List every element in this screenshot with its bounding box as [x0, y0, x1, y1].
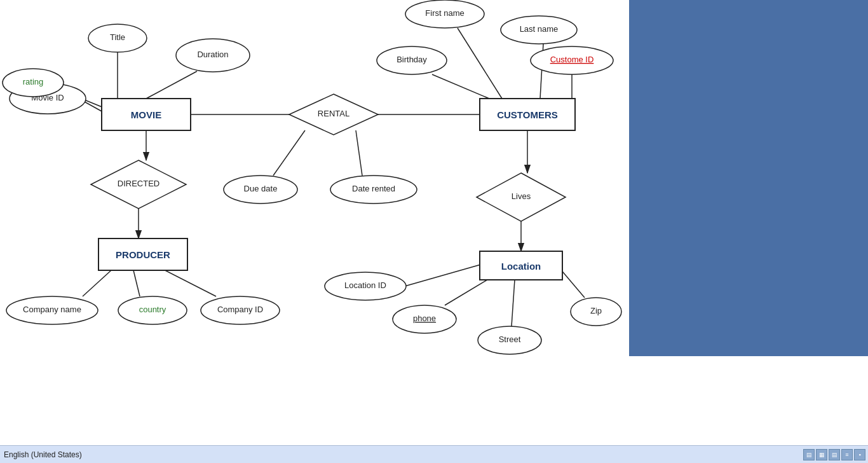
- attr-rating-label: rating: [23, 77, 44, 86]
- rel-directed-label: DIRECTED: [118, 179, 159, 188]
- conn-cust-birthday: [432, 74, 489, 99]
- conn-loc-street: [512, 280, 515, 326]
- attr-company-id-label: Company ID: [217, 305, 263, 314]
- conn-movie-duration: [146, 71, 197, 99]
- status-language: English (United States): [4, 450, 82, 459]
- attr-street-label: Street: [499, 335, 521, 344]
- diagram-svg: MOVIE RENTAL CUSTOMERS DIRECTED PRODUCER…: [0, 0, 629, 356]
- entity-producer-label: PRODUCER: [116, 249, 170, 260]
- status-icon-5: ▪: [854, 449, 865, 460]
- conn-rental-duedate: [273, 130, 305, 176]
- entity-customers-label: CUSTOMERS: [497, 109, 558, 120]
- conn-prod-companyid: [159, 267, 216, 296]
- attr-title-label: Title: [110, 32, 125, 42]
- attr-zip-label: Zip: [590, 306, 602, 315]
- conn-prod-country: [133, 270, 140, 296]
- rel-rental-label: RENTAL: [318, 109, 349, 118]
- entity-location-label: Location: [501, 261, 541, 272]
- status-icon-2: ▦: [816, 449, 827, 460]
- status-icon-3: ▤: [829, 449, 840, 460]
- rel-lives-label: Lives: [512, 191, 531, 201]
- attr-customer-id-label: Custome ID: [550, 55, 594, 64]
- conn-loc-phone: [445, 277, 492, 305]
- conn-loc-locationid: [405, 264, 483, 286]
- right-panel: [629, 0, 868, 356]
- conn-prod-companyname: [83, 270, 111, 296]
- attr-lastname-label: Last name: [520, 24, 559, 34]
- attr-birthday-label: Birthday: [397, 55, 427, 64]
- attr-firstname-label: First name: [425, 8, 464, 18]
- entity-movie-label: MOVIE: [131, 109, 161, 120]
- attr-date-rented-label: Date rented: [352, 184, 395, 193]
- main-canvas: MOVIE RENTAL CUSTOMERS DIRECTED PRODUCER…: [0, 0, 629, 356]
- attr-due-date-label: Due date: [244, 184, 278, 193]
- status-bar: English (United States) ▤ ▦ ▤ ≡ ▪: [0, 445, 868, 463]
- attr-location-id-label: Location ID: [344, 280, 386, 290]
- conn-rental-daterented: [356, 130, 362, 176]
- status-icon-1: ▤: [803, 449, 815, 460]
- attr-company-name-label: Company name: [23, 305, 81, 314]
- status-icons: ▤ ▦ ▤ ≡ ▪: [803, 449, 865, 460]
- attr-duration-label: Duration: [197, 50, 228, 59]
- attr-phone-label: phone: [413, 314, 436, 323]
- status-icon-4: ≡: [841, 449, 853, 460]
- attr-country-label: country: [139, 305, 166, 314]
